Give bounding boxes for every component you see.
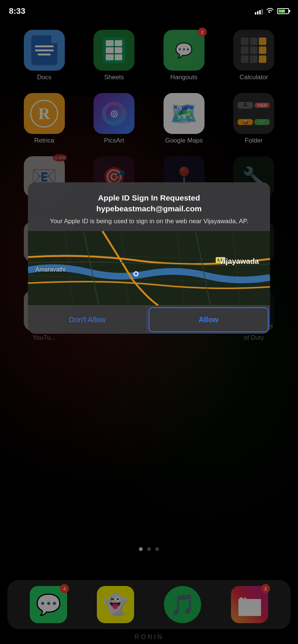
alert-email: hypebeastmach@gmail.com — [37, 204, 261, 213]
status-bar: 8:33 ⚡ — [0, 0, 298, 22]
alert-dialog: Apple ID Sign In Requested hypebeastmach… — [28, 182, 270, 334]
alert-content: Apple ID Sign In Requested hypebeastmach… — [28, 182, 270, 226]
alert-buttons: Don't Allow Allow — [28, 305, 270, 334]
battery-icon: ⚡ — [277, 8, 289, 14]
home-screen: 8:33 ⚡ — [0, 0, 298, 644]
status-icons: ⚡ — [255, 7, 289, 15]
map-label-vijayawada: Vijayawada — [219, 257, 259, 266]
status-time: 8:33 — [9, 6, 25, 16]
button-divider — [147, 306, 147, 334]
alert-body: Your Apple ID is being used to sign in o… — [37, 217, 261, 226]
svg-point-8 — [134, 272, 137, 275]
alert-title: Apple ID Sign In Requested — [37, 193, 261, 203]
alert-map: NH Vijayawada Amaravathi — [28, 231, 270, 305]
wifi-icon — [266, 7, 274, 15]
map-label-amaravathi: Amaravathi — [35, 266, 66, 273]
dont-allow-button[interactable]: Don't Allow — [28, 306, 147, 334]
signal-icon — [255, 8, 263, 15]
allow-button[interactable]: Allow — [149, 307, 269, 332]
